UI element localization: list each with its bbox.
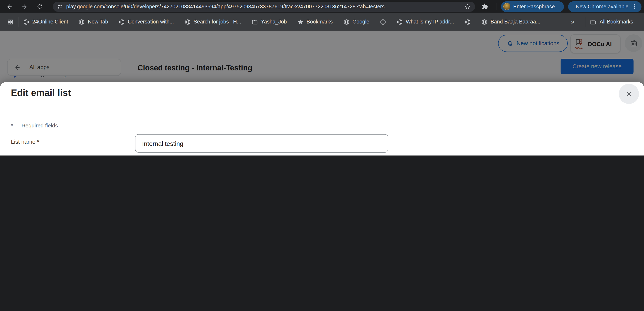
bookmark-label: Yasha_Job <box>261 19 287 25</box>
forward-icon[interactable] <box>19 1 29 12</box>
extensions-icon[interactable] <box>480 1 490 12</box>
edit-email-list-modal: Edit email list * — Required fields List… <box>0 82 644 156</box>
back-icon[interactable] <box>4 1 15 12</box>
reload-icon[interactable] <box>34 1 45 12</box>
bookmark-label: Google <box>352 19 370 25</box>
apps-grid-icon[interactable] <box>7 19 14 25</box>
profile-avatar <box>503 3 510 10</box>
new-chrome-label: New Chrome available <box>576 4 628 10</box>
bookmark-item[interactable]: Conversation with... <box>119 19 174 25</box>
bookmark-item[interactable]: New Tab <box>78 19 108 25</box>
bookmark-item[interactable]: 24Online Client <box>23 19 68 25</box>
globe-icon <box>481 19 488 25</box>
bookmark-label: Search for jobs | H... <box>194 19 241 25</box>
bookmark-label: Bookmarks <box>306 19 333 25</box>
folder-icon <box>590 19 596 25</box>
folder-icon <box>252 19 258 25</box>
bookmarks-overflow-icon[interactable]: » <box>571 18 574 26</box>
list-name-label: List name * <box>11 139 39 145</box>
chrome-menu-icon[interactable]: ⋮ <box>632 3 637 10</box>
bookmark-label: 24Online Client <box>32 19 68 25</box>
globe-icon <box>380 19 386 25</box>
globe-icon <box>23 19 29 25</box>
url-text[interactable]: play.google.com/console/u/0/developers/7… <box>66 4 384 10</box>
globe-icon <box>184 19 190 25</box>
close-button[interactable] <box>619 84 639 104</box>
close-icon <box>625 90 632 98</box>
modal-title: Edit email list <box>11 88 71 98</box>
bookmark-item[interactable]: Band Baaja Baaraa... <box>481 19 540 25</box>
bookmark-star-icon[interactable] <box>464 3 471 12</box>
globe-icon <box>343 19 350 25</box>
globe-icon <box>397 19 403 25</box>
list-name-input[interactable] <box>135 134 388 152</box>
site-settings-icon[interactable] <box>57 4 63 10</box>
bookmark-item[interactable]: Google <box>343 19 370 25</box>
bookmark-label: Conversation with... <box>128 19 174 25</box>
bookmark-item[interactable] <box>464 19 471 25</box>
required-fields-note: * — Required fields <box>11 122 58 129</box>
bookmarks-separator-2 <box>585 17 585 27</box>
bookmarks-right-group: » All Bookmarks <box>571 13 644 30</box>
address-bar[interactable]: play.google.com/console/u/0/developers/7… <box>53 2 475 12</box>
globe-icon <box>119 19 125 25</box>
screen: play.google.com/console/u/0/developers/7… <box>0 0 644 156</box>
bookmark-item[interactable]: Search for jobs | H... <box>184 19 241 25</box>
bookmark-label: New Tab <box>88 19 108 25</box>
new-chrome-button[interactable]: New Chrome available ⋮ <box>568 1 642 12</box>
toolbar-separator <box>496 3 496 10</box>
star-icon <box>297 19 304 25</box>
bookmarks-bar: 24Online ClientNew TabConversation with.… <box>0 13 644 30</box>
bookmarks-list: 24Online ClientNew TabConversation with.… <box>23 19 540 25</box>
globe-icon <box>464 19 471 25</box>
bookmark-label: What is my IP addr... <box>406 19 454 25</box>
enter-passphrase-button[interactable]: Enter Passphrase <box>501 1 564 12</box>
bookmark-item[interactable] <box>380 19 386 25</box>
enter-passphrase-label: Enter Passphrase <box>513 4 555 10</box>
bookmark-item[interactable]: What is my IP addr... <box>397 19 454 25</box>
bookmark-label: Band Baaja Baaraa... <box>490 19 540 25</box>
bookmarks-separator <box>18 17 18 27</box>
all-bookmarks-label[interactable]: All Bookmarks <box>600 19 633 25</box>
bookmark-item[interactable]: Bookmarks <box>297 19 333 25</box>
bookmark-item[interactable]: Yasha_Job <box>252 19 287 25</box>
browser-toolbar: play.google.com/console/u/0/developers/7… <box>0 0 644 13</box>
globe-icon <box>78 19 85 25</box>
